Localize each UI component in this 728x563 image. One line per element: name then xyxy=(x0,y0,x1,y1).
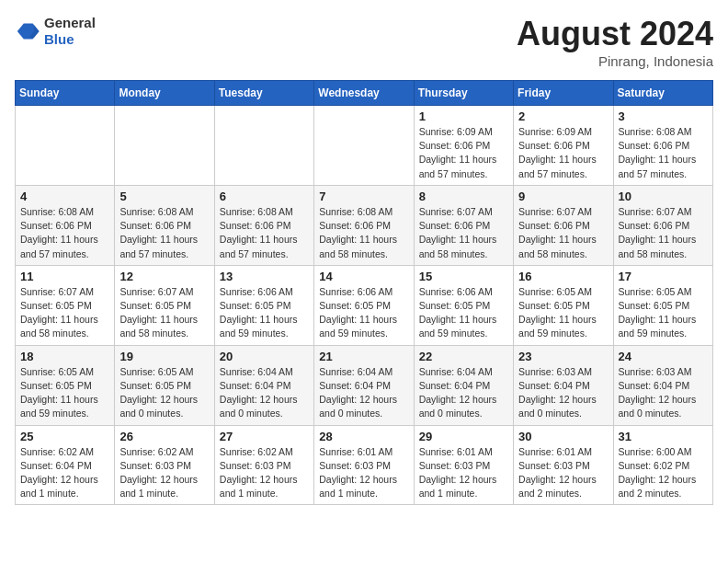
day-cell xyxy=(115,106,214,186)
day-cell: 22Sunrise: 6:04 AM Sunset: 6:04 PM Dayli… xyxy=(414,345,513,425)
day-info: Sunrise: 6:04 AM Sunset: 6:04 PM Dayligh… xyxy=(220,365,309,421)
col-header-thursday: Thursday xyxy=(414,81,513,106)
day-info: Sunrise: 6:08 AM Sunset: 6:06 PM Dayligh… xyxy=(619,125,708,181)
day-info: Sunrise: 6:02 AM Sunset: 6:03 PM Dayligh… xyxy=(119,445,209,501)
day-number: 16 xyxy=(518,270,608,283)
day-cell: 12Sunrise: 6:07 AM Sunset: 6:05 PM Dayli… xyxy=(115,265,214,345)
day-cell xyxy=(16,106,115,186)
day-cell: 16Sunrise: 6:05 AM Sunset: 6:05 PM Dayli… xyxy=(514,265,613,345)
day-info: Sunrise: 6:08 AM Sunset: 6:06 PM Dayligh… xyxy=(220,205,309,261)
day-number: 1 xyxy=(419,109,508,123)
day-cell: 29Sunrise: 6:01 AM Sunset: 6:03 PM Dayli… xyxy=(414,425,513,505)
col-header-monday: Monday xyxy=(115,81,214,106)
header-row: SundayMondayTuesdayWednesdayThursdayFrid… xyxy=(16,81,713,106)
day-number: 12 xyxy=(119,270,209,283)
day-cell: 26Sunrise: 6:02 AM Sunset: 6:03 PM Dayli… xyxy=(115,425,214,505)
logo-blue: Blue xyxy=(44,31,96,48)
calendar-header: SundayMondayTuesdayWednesdayThursdayFrid… xyxy=(16,81,713,106)
day-cell: 3Sunrise: 6:08 AM Sunset: 6:06 PM Daylig… xyxy=(613,106,712,186)
day-cell: 2Sunrise: 6:09 AM Sunset: 6:06 PM Daylig… xyxy=(514,106,613,186)
week-row-5: 25Sunrise: 6:02 AM Sunset: 6:04 PM Dayli… xyxy=(16,425,713,505)
day-number: 26 xyxy=(119,430,209,443)
day-number: 3 xyxy=(619,109,708,123)
day-number: 22 xyxy=(419,350,508,363)
day-cell xyxy=(214,106,313,186)
day-info: Sunrise: 6:01 AM Sunset: 6:03 PM Dayligh… xyxy=(319,445,408,501)
day-number: 23 xyxy=(518,350,608,363)
day-number: 6 xyxy=(220,190,309,203)
day-cell: 14Sunrise: 6:06 AM Sunset: 6:05 PM Dayli… xyxy=(314,265,414,345)
day-cell: 31Sunrise: 6:00 AM Sunset: 6:02 PM Dayli… xyxy=(613,425,712,505)
day-number: 11 xyxy=(20,270,109,283)
day-info: Sunrise: 6:04 AM Sunset: 6:04 PM Dayligh… xyxy=(419,365,508,421)
title-block: August 2024 Pinrang, Indonesia xyxy=(517,15,713,69)
day-cell xyxy=(314,106,414,186)
day-info: Sunrise: 6:03 AM Sunset: 6:04 PM Dayligh… xyxy=(518,365,608,421)
day-number: 27 xyxy=(220,430,309,443)
day-info: Sunrise: 6:08 AM Sunset: 6:06 PM Dayligh… xyxy=(20,205,109,261)
day-number: 4 xyxy=(20,190,109,203)
day-info: Sunrise: 6:07 AM Sunset: 6:05 PM Dayligh… xyxy=(20,285,109,341)
day-number: 29 xyxy=(419,430,508,443)
day-number: 28 xyxy=(319,430,408,443)
logo-text: General Blue xyxy=(44,15,96,48)
col-header-saturday: Saturday xyxy=(613,81,712,106)
day-info: Sunrise: 6:08 AM Sunset: 6:06 PM Dayligh… xyxy=(119,205,209,261)
day-cell: 24Sunrise: 6:03 AM Sunset: 6:04 PM Dayli… xyxy=(613,345,712,425)
day-cell: 27Sunrise: 6:02 AM Sunset: 6:03 PM Dayli… xyxy=(214,425,313,505)
col-header-sunday: Sunday xyxy=(16,81,115,106)
day-cell: 13Sunrise: 6:06 AM Sunset: 6:05 PM Dayli… xyxy=(214,265,313,345)
day-info: Sunrise: 6:06 AM Sunset: 6:05 PM Dayligh… xyxy=(419,285,508,341)
week-row-1: 1Sunrise: 6:09 AM Sunset: 6:06 PM Daylig… xyxy=(16,106,713,186)
day-info: Sunrise: 6:05 AM Sunset: 6:05 PM Dayligh… xyxy=(20,365,109,421)
day-cell: 23Sunrise: 6:03 AM Sunset: 6:04 PM Dayli… xyxy=(514,345,613,425)
day-number: 9 xyxy=(518,190,608,203)
day-info: Sunrise: 6:02 AM Sunset: 6:04 PM Dayligh… xyxy=(20,445,109,501)
day-cell: 10Sunrise: 6:07 AM Sunset: 6:06 PM Dayli… xyxy=(613,185,712,265)
day-cell: 11Sunrise: 6:07 AM Sunset: 6:05 PM Dayli… xyxy=(16,265,115,345)
day-cell: 17Sunrise: 6:05 AM Sunset: 6:05 PM Dayli… xyxy=(613,265,712,345)
day-number: 19 xyxy=(119,350,209,363)
day-cell: 5Sunrise: 6:08 AM Sunset: 6:06 PM Daylig… xyxy=(115,185,214,265)
day-number: 20 xyxy=(220,350,309,363)
day-cell: 30Sunrise: 6:01 AM Sunset: 6:03 PM Dayli… xyxy=(514,425,613,505)
day-info: Sunrise: 6:02 AM Sunset: 6:03 PM Dayligh… xyxy=(220,445,309,501)
day-cell: 19Sunrise: 6:05 AM Sunset: 6:05 PM Dayli… xyxy=(115,345,214,425)
day-info: Sunrise: 6:09 AM Sunset: 6:06 PM Dayligh… xyxy=(419,125,508,181)
col-header-wednesday: Wednesday xyxy=(314,81,414,106)
month-title: August 2024 xyxy=(517,15,713,53)
calendar-body: 1Sunrise: 6:09 AM Sunset: 6:06 PM Daylig… xyxy=(16,106,713,505)
day-info: Sunrise: 6:07 AM Sunset: 6:06 PM Dayligh… xyxy=(518,205,608,261)
day-number: 7 xyxy=(319,190,408,203)
day-info: Sunrise: 6:07 AM Sunset: 6:06 PM Dayligh… xyxy=(419,205,508,261)
day-info: Sunrise: 6:03 AM Sunset: 6:04 PM Dayligh… xyxy=(619,365,708,421)
day-cell: 21Sunrise: 6:04 AM Sunset: 6:04 PM Dayli… xyxy=(314,345,414,425)
day-info: Sunrise: 6:06 AM Sunset: 6:05 PM Dayligh… xyxy=(319,285,408,341)
day-number: 24 xyxy=(619,350,708,363)
day-cell: 6Sunrise: 6:08 AM Sunset: 6:06 PM Daylig… xyxy=(214,185,313,265)
day-number: 2 xyxy=(518,109,608,123)
day-info: Sunrise: 6:01 AM Sunset: 6:03 PM Dayligh… xyxy=(518,445,608,501)
col-header-tuesday: Tuesday xyxy=(214,81,313,106)
calendar-table: SundayMondayTuesdayWednesdayThursdayFrid… xyxy=(15,80,713,505)
day-info: Sunrise: 6:04 AM Sunset: 6:04 PM Dayligh… xyxy=(319,365,408,421)
day-cell: 8Sunrise: 6:07 AM Sunset: 6:06 PM Daylig… xyxy=(414,185,513,265)
day-info: Sunrise: 6:06 AM Sunset: 6:05 PM Dayligh… xyxy=(220,285,309,341)
generalblue-icon xyxy=(15,18,40,44)
day-cell: 7Sunrise: 6:08 AM Sunset: 6:06 PM Daylig… xyxy=(314,185,414,265)
day-number: 5 xyxy=(119,190,209,203)
day-info: Sunrise: 6:05 AM Sunset: 6:05 PM Dayligh… xyxy=(619,285,708,341)
day-info: Sunrise: 6:09 AM Sunset: 6:06 PM Dayligh… xyxy=(518,125,608,181)
day-cell: 20Sunrise: 6:04 AM Sunset: 6:04 PM Dayli… xyxy=(214,345,313,425)
logo-general: General xyxy=(44,15,96,31)
day-cell: 1Sunrise: 6:09 AM Sunset: 6:06 PM Daylig… xyxy=(414,106,513,186)
day-cell: 15Sunrise: 6:06 AM Sunset: 6:05 PM Dayli… xyxy=(414,265,513,345)
day-cell: 4Sunrise: 6:08 AM Sunset: 6:06 PM Daylig… xyxy=(16,185,115,265)
day-number: 17 xyxy=(619,270,708,283)
day-number: 31 xyxy=(619,430,708,443)
day-info: Sunrise: 6:01 AM Sunset: 6:03 PM Dayligh… xyxy=(419,445,508,501)
day-number: 21 xyxy=(319,350,408,363)
day-cell: 25Sunrise: 6:02 AM Sunset: 6:04 PM Dayli… xyxy=(16,425,115,505)
day-info: Sunrise: 6:00 AM Sunset: 6:02 PM Dayligh… xyxy=(619,445,708,501)
logo: General Blue xyxy=(15,15,96,48)
